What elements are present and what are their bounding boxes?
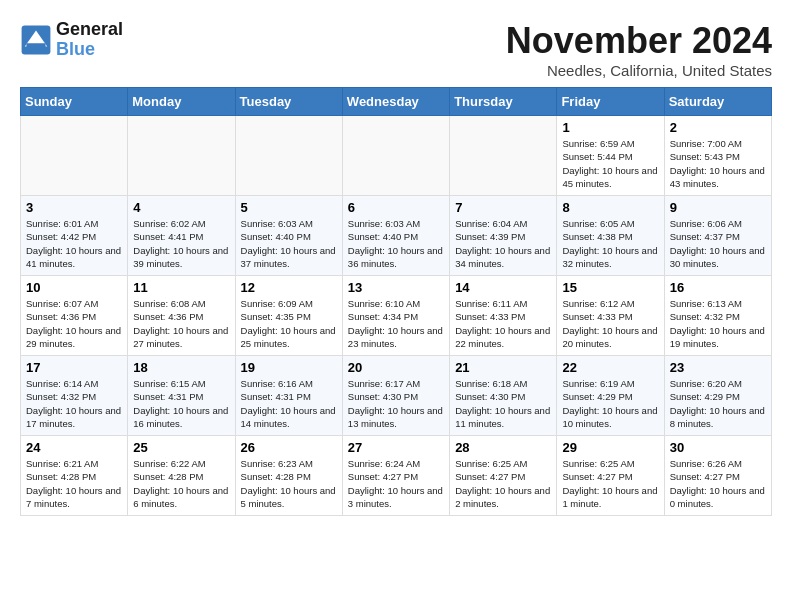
calendar-cell: 11Sunrise: 6:08 AM Sunset: 4:36 PM Dayli… xyxy=(128,276,235,356)
calendar-cell: 19Sunrise: 6:16 AM Sunset: 4:31 PM Dayli… xyxy=(235,356,342,436)
calendar-cell: 25Sunrise: 6:22 AM Sunset: 4:28 PM Dayli… xyxy=(128,436,235,516)
day-info: Sunrise: 6:11 AM Sunset: 4:33 PM Dayligh… xyxy=(455,297,551,350)
day-info: Sunrise: 6:19 AM Sunset: 4:29 PM Dayligh… xyxy=(562,377,658,430)
calendar-cell: 24Sunrise: 6:21 AM Sunset: 4:28 PM Dayli… xyxy=(21,436,128,516)
calendar-cell: 14Sunrise: 6:11 AM Sunset: 4:33 PM Dayli… xyxy=(450,276,557,356)
day-number: 14 xyxy=(455,280,551,295)
calendar-week-row: 17Sunrise: 6:14 AM Sunset: 4:32 PM Dayli… xyxy=(21,356,772,436)
day-number: 7 xyxy=(455,200,551,215)
calendar-header-saturday: Saturday xyxy=(664,88,771,116)
day-number: 25 xyxy=(133,440,229,455)
day-info: Sunrise: 6:01 AM Sunset: 4:42 PM Dayligh… xyxy=(26,217,122,270)
calendar-cell: 13Sunrise: 6:10 AM Sunset: 4:34 PM Dayli… xyxy=(342,276,449,356)
calendar-cell: 3Sunrise: 6:01 AM Sunset: 4:42 PM Daylig… xyxy=(21,196,128,276)
location: Needles, California, United States xyxy=(506,62,772,79)
day-info: Sunrise: 6:22 AM Sunset: 4:28 PM Dayligh… xyxy=(133,457,229,510)
calendar-cell: 18Sunrise: 6:15 AM Sunset: 4:31 PM Dayli… xyxy=(128,356,235,436)
day-number: 16 xyxy=(670,280,766,295)
day-number: 30 xyxy=(670,440,766,455)
day-number: 6 xyxy=(348,200,444,215)
day-info: Sunrise: 6:25 AM Sunset: 4:27 PM Dayligh… xyxy=(562,457,658,510)
day-info: Sunrise: 6:06 AM Sunset: 4:37 PM Dayligh… xyxy=(670,217,766,270)
day-info: Sunrise: 7:00 AM Sunset: 5:43 PM Dayligh… xyxy=(670,137,766,190)
day-number: 19 xyxy=(241,360,337,375)
calendar-cell xyxy=(450,116,557,196)
day-info: Sunrise: 6:26 AM Sunset: 4:27 PM Dayligh… xyxy=(670,457,766,510)
logo-icon xyxy=(20,24,52,56)
day-info: Sunrise: 6:17 AM Sunset: 4:30 PM Dayligh… xyxy=(348,377,444,430)
calendar-header-tuesday: Tuesday xyxy=(235,88,342,116)
day-number: 23 xyxy=(670,360,766,375)
day-number: 17 xyxy=(26,360,122,375)
calendar-cell xyxy=(128,116,235,196)
day-number: 5 xyxy=(241,200,337,215)
day-number: 24 xyxy=(26,440,122,455)
day-number: 21 xyxy=(455,360,551,375)
day-info: Sunrise: 6:25 AM Sunset: 4:27 PM Dayligh… xyxy=(455,457,551,510)
calendar-cell xyxy=(342,116,449,196)
day-number: 2 xyxy=(670,120,766,135)
day-number: 10 xyxy=(26,280,122,295)
day-info: Sunrise: 6:02 AM Sunset: 4:41 PM Dayligh… xyxy=(133,217,229,270)
title-section: November 2024 Needles, California, Unite… xyxy=(506,20,772,79)
calendar-header-thursday: Thursday xyxy=(450,88,557,116)
day-info: Sunrise: 6:15 AM Sunset: 4:31 PM Dayligh… xyxy=(133,377,229,430)
calendar-table: SundayMondayTuesdayWednesdayThursdayFrid… xyxy=(20,87,772,516)
day-info: Sunrise: 6:05 AM Sunset: 4:38 PM Dayligh… xyxy=(562,217,658,270)
calendar-cell: 7Sunrise: 6:04 AM Sunset: 4:39 PM Daylig… xyxy=(450,196,557,276)
day-info: Sunrise: 6:07 AM Sunset: 4:36 PM Dayligh… xyxy=(26,297,122,350)
calendar-cell: 5Sunrise: 6:03 AM Sunset: 4:40 PM Daylig… xyxy=(235,196,342,276)
calendar-cell: 4Sunrise: 6:02 AM Sunset: 4:41 PM Daylig… xyxy=(128,196,235,276)
day-info: Sunrise: 6:03 AM Sunset: 4:40 PM Dayligh… xyxy=(241,217,337,270)
month-title: November 2024 xyxy=(506,20,772,62)
calendar-cell: 15Sunrise: 6:12 AM Sunset: 4:33 PM Dayli… xyxy=(557,276,664,356)
day-info: Sunrise: 6:20 AM Sunset: 4:29 PM Dayligh… xyxy=(670,377,766,430)
day-number: 15 xyxy=(562,280,658,295)
calendar-week-row: 3Sunrise: 6:01 AM Sunset: 4:42 PM Daylig… xyxy=(21,196,772,276)
day-number: 29 xyxy=(562,440,658,455)
calendar-header-wednesday: Wednesday xyxy=(342,88,449,116)
calendar-cell: 20Sunrise: 6:17 AM Sunset: 4:30 PM Dayli… xyxy=(342,356,449,436)
calendar-cell: 23Sunrise: 6:20 AM Sunset: 4:29 PM Dayli… xyxy=(664,356,771,436)
calendar-week-row: 1Sunrise: 6:59 AM Sunset: 5:44 PM Daylig… xyxy=(21,116,772,196)
day-info: Sunrise: 6:03 AM Sunset: 4:40 PM Dayligh… xyxy=(348,217,444,270)
day-info: Sunrise: 6:18 AM Sunset: 4:30 PM Dayligh… xyxy=(455,377,551,430)
day-number: 4 xyxy=(133,200,229,215)
day-info: Sunrise: 6:16 AM Sunset: 4:31 PM Dayligh… xyxy=(241,377,337,430)
calendar-cell: 2Sunrise: 7:00 AM Sunset: 5:43 PM Daylig… xyxy=(664,116,771,196)
calendar-header-sunday: Sunday xyxy=(21,88,128,116)
day-info: Sunrise: 6:14 AM Sunset: 4:32 PM Dayligh… xyxy=(26,377,122,430)
page-header: General Blue November 2024 Needles, Cali… xyxy=(20,20,772,79)
logo: General Blue xyxy=(20,20,123,60)
logo-text: General Blue xyxy=(56,20,123,60)
day-info: Sunrise: 6:09 AM Sunset: 4:35 PM Dayligh… xyxy=(241,297,337,350)
calendar-week-row: 24Sunrise: 6:21 AM Sunset: 4:28 PM Dayli… xyxy=(21,436,772,516)
calendar-cell xyxy=(235,116,342,196)
calendar-cell: 1Sunrise: 6:59 AM Sunset: 5:44 PM Daylig… xyxy=(557,116,664,196)
calendar-cell: 6Sunrise: 6:03 AM Sunset: 4:40 PM Daylig… xyxy=(342,196,449,276)
calendar-cell: 22Sunrise: 6:19 AM Sunset: 4:29 PM Dayli… xyxy=(557,356,664,436)
calendar-cell: 12Sunrise: 6:09 AM Sunset: 4:35 PM Dayli… xyxy=(235,276,342,356)
calendar-header-row: SundayMondayTuesdayWednesdayThursdayFrid… xyxy=(21,88,772,116)
day-number: 26 xyxy=(241,440,337,455)
day-info: Sunrise: 6:08 AM Sunset: 4:36 PM Dayligh… xyxy=(133,297,229,350)
calendar-cell: 10Sunrise: 6:07 AM Sunset: 4:36 PM Dayli… xyxy=(21,276,128,356)
day-info: Sunrise: 6:59 AM Sunset: 5:44 PM Dayligh… xyxy=(562,137,658,190)
calendar-cell: 30Sunrise: 6:26 AM Sunset: 4:27 PM Dayli… xyxy=(664,436,771,516)
day-info: Sunrise: 6:13 AM Sunset: 4:32 PM Dayligh… xyxy=(670,297,766,350)
calendar-header-monday: Monday xyxy=(128,88,235,116)
day-number: 20 xyxy=(348,360,444,375)
calendar-cell: 9Sunrise: 6:06 AM Sunset: 4:37 PM Daylig… xyxy=(664,196,771,276)
day-number: 13 xyxy=(348,280,444,295)
day-number: 27 xyxy=(348,440,444,455)
day-number: 12 xyxy=(241,280,337,295)
day-number: 1 xyxy=(562,120,658,135)
day-info: Sunrise: 6:10 AM Sunset: 4:34 PM Dayligh… xyxy=(348,297,444,350)
calendar-cell: 27Sunrise: 6:24 AM Sunset: 4:27 PM Dayli… xyxy=(342,436,449,516)
calendar-cell: 26Sunrise: 6:23 AM Sunset: 4:28 PM Dayli… xyxy=(235,436,342,516)
day-number: 9 xyxy=(670,200,766,215)
calendar-header-friday: Friday xyxy=(557,88,664,116)
day-number: 28 xyxy=(455,440,551,455)
calendar-cell: 17Sunrise: 6:14 AM Sunset: 4:32 PM Dayli… xyxy=(21,356,128,436)
day-info: Sunrise: 6:12 AM Sunset: 4:33 PM Dayligh… xyxy=(562,297,658,350)
